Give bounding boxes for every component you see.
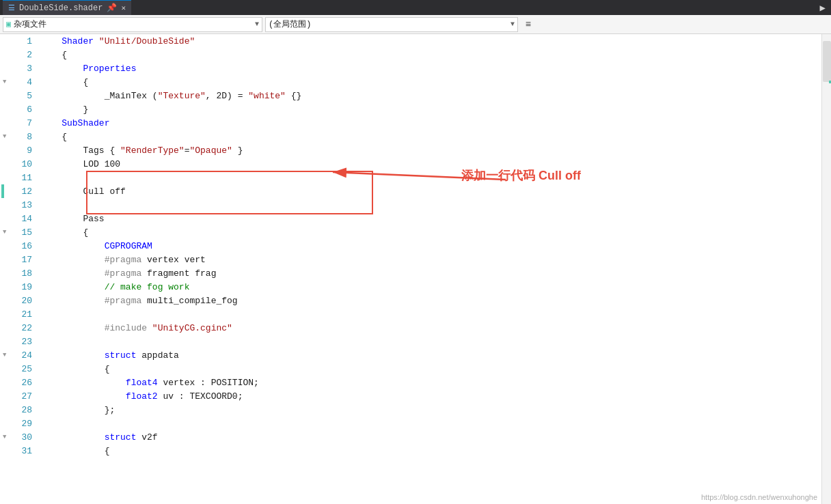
line-number-20: 20	[0, 294, 38, 307]
code-line-8[interactable]: {	[38, 130, 821, 143]
editor-container: 123▼4567▼891011121314▼151617181920212223…	[0, 34, 831, 504]
toolbar: ▣ 杂项文件 ▼ (全局范围) ▼ ≡	[0, 15, 831, 34]
code-line-2[interactable]: {	[38, 48, 821, 61]
tab-close-button[interactable]: ✕	[121, 3, 126, 12]
line-number-16: 16	[0, 239, 38, 253]
code-line-24[interactable]: struct appdata	[38, 348, 821, 362]
code-line-23[interactable]	[38, 335, 821, 348]
line-number-4: ▼4	[0, 75, 38, 89]
line-number-7: 7	[0, 116, 38, 130]
line-number-2: 2	[0, 48, 38, 61]
line-number-14: 14	[0, 212, 38, 225]
line-number-24: ▼24	[0, 348, 38, 362]
collapse-btn-30[interactable]: ▼	[3, 434, 6, 440]
code-line-22[interactable]: #include "UnityCG.cginc"	[38, 321, 821, 335]
code-line-12[interactable]: Cull off	[38, 184, 821, 198]
line-number-9: 9	[0, 143, 38, 157]
scroll-right-button[interactable]: ▶	[817, 2, 828, 14]
line-number-10: 10	[0, 157, 38, 171]
line-number-23: 23	[0, 335, 38, 348]
file-tab[interactable]: ☰ DoubleSide.shader 📌 ✕	[3, 0, 131, 15]
code-line-18[interactable]: #pragma fragment frag	[38, 266, 821, 280]
code-line-13[interactable]	[38, 198, 821, 212]
line-number-25: 25	[0, 362, 38, 376]
tab-label: DoubleSide.shader	[19, 3, 103, 13]
code-line-29[interactable]	[38, 417, 821, 430]
code-line-28[interactable]: };	[38, 403, 821, 417]
line-number-26: 26	[0, 376, 38, 389]
code-line-20[interactable]: #pragma multi_compile_fog	[38, 294, 821, 307]
code-line-25[interactable]: {	[38, 362, 821, 376]
code-line-14[interactable]: Pass	[38, 212, 821, 225]
code-line-5[interactable]: _MainTex ("Texture", 2D) = "white" {}	[38, 89, 821, 102]
code-line-17[interactable]: #pragma vertex vert	[38, 253, 821, 266]
minimap[interactable]	[821, 34, 831, 504]
line-number-12: 12	[0, 184, 38, 198]
collapse-btn-15[interactable]: ▼	[3, 229, 6, 236]
line-number-19: 19	[0, 280, 38, 294]
line-number-15: ▼15	[0, 225, 38, 239]
line-numbers: 123▼4567▼891011121314▼151617181920212223…	[0, 34, 38, 504]
file-dropdown-label: 杂项文件	[14, 18, 46, 30]
code-line-9[interactable]: Tags { "RenderType"="Opaque" }	[38, 143, 821, 157]
toolbar-extra-button[interactable]: ≡	[521, 17, 536, 32]
collapse-btn-4[interactable]: ▼	[3, 79, 6, 85]
line-number-27: 27	[0, 389, 38, 403]
code-line-26[interactable]: float4 vertex : POSITION;	[38, 376, 821, 389]
code-line-19[interactable]: // make fog work	[38, 280, 821, 294]
code-line-1[interactable]: Shader "Unlit/DoubleSide"	[38, 34, 821, 48]
line-number-6: 6	[0, 102, 38, 116]
line-number-31: 31	[0, 444, 38, 458]
code-line-16[interactable]: CGPROGRAM	[38, 239, 821, 253]
code-line-3[interactable]: Properties	[38, 61, 821, 75]
scope-dropdown-arrow: ▼	[510, 20, 515, 28]
code-content[interactable]: Shader "Unlit/DoubleSide" { Properties {…	[38, 34, 821, 504]
file-dropdown-arrow: ▼	[255, 20, 259, 28]
line-number-22: 22	[0, 321, 38, 335]
code-line-15[interactable]: {	[38, 225, 821, 239]
file-dropdown[interactable]: ▣ 杂项文件 ▼	[3, 17, 262, 32]
line-number-28: 28	[0, 403, 38, 417]
line-number-30: ▼30	[0, 430, 38, 444]
line-number-17: 17	[0, 253, 38, 266]
line-number-29: 29	[0, 417, 38, 430]
minimap-thumb[interactable]	[823, 41, 831, 82]
line-number-18: 18	[0, 266, 38, 280]
code-line-30[interactable]: struct v2f	[38, 430, 821, 444]
line-number-21: 21	[0, 307, 38, 321]
line-number-8: ▼8	[0, 130, 38, 143]
file-dropdown-icon: ▣	[6, 19, 11, 29]
code-line-21[interactable]	[38, 307, 821, 321]
code-line-10[interactable]: LOD 100	[38, 157, 821, 171]
code-line-31[interactable]: {	[38, 444, 821, 458]
line-number-1: 1	[0, 34, 38, 48]
collapse-btn-24[interactable]: ▼	[3, 352, 6, 359]
code-line-7[interactable]: SubShader	[38, 116, 821, 130]
line-number-5: 5	[0, 89, 38, 102]
code-line-6[interactable]: }	[38, 102, 821, 116]
title-bar: ☰ DoubleSide.shader 📌 ✕ ▶	[0, 0, 831, 15]
line-number-13: 13	[0, 198, 38, 212]
scope-dropdown[interactable]: (全局范围) ▼	[265, 17, 518, 32]
collapse-btn-8[interactable]: ▼	[3, 133, 6, 140]
scope-dropdown-label: (全局范围)	[269, 18, 311, 30]
code-line-27[interactable]: float2 uv : TEXCOORD0;	[38, 389, 821, 403]
line-number-11: 11	[0, 171, 38, 184]
code-line-11[interactable]	[38, 171, 821, 184]
tab-pin[interactable]: 📌	[107, 3, 117, 13]
line-number-3: 3	[0, 61, 38, 75]
file-icon: ☰	[8, 3, 15, 12]
code-line-4[interactable]: {	[38, 75, 821, 89]
